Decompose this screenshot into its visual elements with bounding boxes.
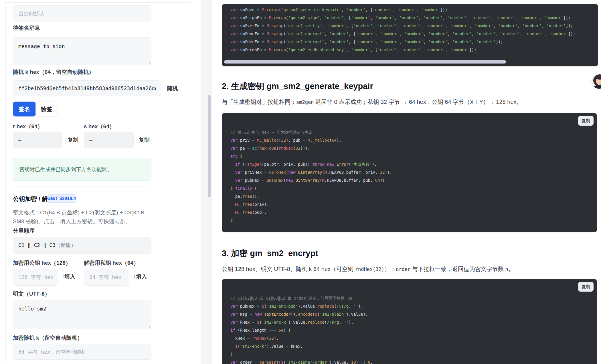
- code-content: var sm2gen = M.cwrap('gm_sm2_generate_ke…: [222, 4, 598, 54]
- cipher-order-select[interactable]: C1 ‖ C2 ‖ C3（新版）: [13, 237, 151, 254]
- dec-priv-input[interactable]: [84, 269, 129, 286]
- standard-badge: GB/T 32918.4: [47, 194, 76, 203]
- r-hex-label: r hex（64）: [13, 123, 43, 130]
- cipher-order-value: C1 ‖ C2 ‖ C3: [18, 242, 56, 248]
- section-divider: [13, 187, 151, 187]
- section3-heading: 3. 加密 gm_sm2_encrypt: [222, 248, 318, 259]
- fill-priv-button[interactable]: ↑填入: [133, 273, 147, 280]
- random-button[interactable]: 随机: [167, 85, 178, 92]
- r-hex-input[interactable]: [13, 132, 62, 148]
- random-k-label: 随机 k hex（64，留空自动随机）: [13, 68, 94, 76]
- generate-keypair-code-block: 复制 // 熵 32 字节 hex → 作为随机源参与生成var priv = …: [222, 113, 597, 232]
- section3-paragraph: 公钥 128 hex、明文 UTF-8、随机 k 64 hex（可空则 rndH…: [222, 265, 514, 273]
- keypair-success-notice: 密钥对已生成并已同步到下方各功能区。: [13, 158, 151, 181]
- pane-scrollbar-track: [201, 0, 212, 364]
- default-key-input[interactable]: [13, 5, 151, 21]
- enc-pub-input[interactable]: [13, 269, 58, 286]
- component-order-label: 分量顺序: [13, 227, 35, 235]
- encrypt-code-block: 复制 // C1‖C2‖C3 或 C1‖C3‖C2 由 order 决定，与页面…: [222, 279, 597, 364]
- cipher-order-suffix: （新版）: [56, 242, 76, 249]
- enc-random-k-input[interactable]: [13, 344, 151, 360]
- copy-code-button[interactable]: 复制: [578, 116, 594, 126]
- dec-priv-label: 解密用私钥 hex（64）: [84, 259, 139, 267]
- code-hscrollbar-thumb[interactable]: [224, 60, 506, 64]
- verify-button[interactable]: 验签: [35, 102, 58, 116]
- copy-r-button[interactable]: 复制: [68, 136, 78, 144]
- section2-heading: 2. 生成密钥 gm_sm2_generate_keypair: [222, 81, 373, 92]
- plaintext-label: 明文（UTF-8）: [13, 290, 50, 298]
- random-k-input[interactable]: [13, 80, 161, 96]
- sign-button[interactable]: 签名: [13, 102, 36, 116]
- copy-code-button[interactable]: 复制: [578, 282, 594, 292]
- message-label: 待签名消息: [13, 24, 40, 32]
- message-textarea[interactable]: message to sign: [13, 37, 151, 65]
- enc-random-k-label: 加密随机 k（留空自动随机）: [13, 334, 83, 342]
- avatar-shirt-icon: [594, 85, 601, 90]
- code-content: // C1‖C2‖C3 或 C1‖C3‖C2 由 order 决定，与页面下拉框…: [222, 279, 597, 364]
- plaintext-textarea[interactable]: hello sm2: [13, 300, 151, 329]
- cipher-format-description: 密文格式：C1(64 B 点坐标) + C2(明文长度) + C3(32 B S…: [13, 208, 156, 226]
- code-content: // 熵 32 字节 hex → 作为随机源参与生成var priv = M._…: [222, 113, 597, 224]
- section2-paragraph: 与「生成密钥对」按钮相同：sm2gen 返回非 0 表示成功；私钥 32 字节 …: [222, 98, 522, 106]
- cwrap-bindings-code-block: var sm2gen = M.cwrap('gm_sm2_generate_ke…: [222, 4, 598, 66]
- s-hex-label: s hex（64）: [84, 123, 115, 130]
- enc-pub-label: 加密用公钥 hex（128）: [13, 259, 71, 267]
- copy-s-button[interactable]: 复制: [139, 136, 150, 144]
- assistant-avatar[interactable]: [591, 73, 601, 90]
- fill-pub-button[interactable]: ↑填入: [62, 273, 76, 280]
- s-hex-input[interactable]: [84, 132, 134, 148]
- pane-scrollbar-thumb[interactable]: [208, 95, 211, 197]
